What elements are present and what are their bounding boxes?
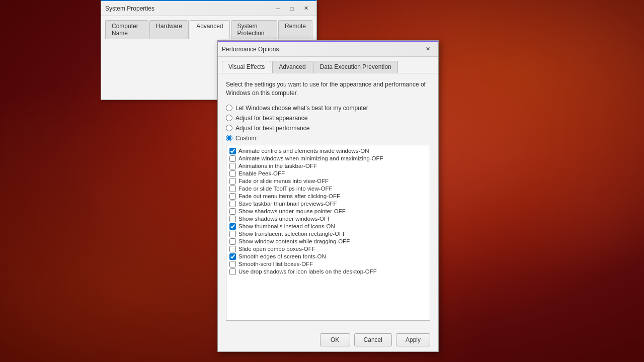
tab-advanced-perf[interactable]: Advanced — [272, 61, 312, 73]
checkbox-label-10: Show thumbnails instead of icons-ON — [238, 223, 335, 229]
maximize-button[interactable]: □ — [285, 4, 298, 14]
checkbox-label-0: Animate controls and elements inside win… — [238, 148, 369, 154]
checkbox-4[interactable] — [229, 178, 236, 185]
checkbox-item: Use drop shadows for icon labels on the … — [228, 268, 428, 276]
ok-button[interactable]: OK — [320, 333, 350, 346]
visual-effects-checkbox-list[interactable]: Animate controls and elements inside win… — [226, 145, 430, 321]
checkbox-12[interactable] — [229, 238, 236, 245]
checkbox-5[interactable] — [229, 186, 236, 192]
checkbox-item: Fade or slide menus into view-OFF — [228, 177, 428, 185]
perf-close-button[interactable]: ✕ — [421, 44, 434, 54]
checkbox-item: Save taskbar thumbnail previews-OFF — [228, 200, 428, 208]
checkbox-item: Smooth edges of screen fonts-ON — [228, 253, 428, 260]
checkbox-item: Enable Peek-OFF — [228, 170, 428, 177]
tab-system-protection[interactable]: System Protection — [231, 20, 277, 39]
checkbox-item: Show translucent selection rectangle-OFF — [228, 230, 428, 238]
tab-remote[interactable]: Remote — [278, 20, 312, 39]
checkbox-label-4: Fade or slide menus into view-OFF — [238, 178, 329, 184]
titlebar-controls: ─ □ ✕ — [271, 4, 312, 14]
minimize-button[interactable]: ─ — [271, 4, 284, 14]
radio-custom-label: Custom: — [235, 135, 258, 142]
checkbox-label-13: Slide open combo boxes-OFF — [238, 246, 315, 252]
performance-options-dialog: Performance Options ✕ Visual Effects Adv… — [217, 40, 439, 352]
tab-visual-effects[interactable]: Visual Effects — [222, 61, 271, 73]
performance-options-tabs: Visual Effects Advanced Data Execution P… — [218, 57, 438, 73]
system-properties-title: System Properties — [105, 5, 154, 12]
checkbox-label-12: Show window contents while dragging-OFF — [238, 238, 350, 244]
checkbox-item: Fade or slide ToolTips into view-OFF — [228, 185, 428, 193]
tab-computer-name[interactable]: Computer Name — [105, 20, 148, 39]
checkbox-11[interactable] — [229, 231, 236, 237]
checkbox-13[interactable] — [229, 246, 236, 252]
checkbox-label-7: Save taskbar thumbnail previews-OFF — [238, 201, 337, 207]
checkbox-label-16: Use drop shadows for icon labels on the … — [238, 268, 377, 275]
checkbox-14[interactable] — [229, 253, 236, 260]
checkbox-7[interactable] — [229, 201, 236, 207]
checkbox-item: Show window contents while dragging-OFF — [228, 238, 428, 245]
checkbox-label-14: Smooth edges of screen fonts-ON — [238, 253, 326, 259]
checkbox-label-9: Show shadows under windows-OFF — [238, 216, 331, 222]
checkbox-8[interactable] — [229, 208, 236, 215]
radio-option-best-performance[interactable]: Adjust for best performance — [226, 125, 430, 132]
system-properties-titlebar: System Properties ─ □ ✕ — [101, 0, 316, 16]
checkbox-15[interactable] — [229, 261, 236, 267]
radio-custom[interactable] — [226, 135, 232, 141]
radio-best-performance[interactable] — [226, 125, 232, 131]
checkbox-item: Animate windows when minimizing and maxi… — [228, 155, 428, 162]
tab-data-execution[interactable]: Data Execution Prevention — [313, 61, 398, 73]
checkbox-label-11: Show translucent selection rectangle-OFF — [238, 231, 346, 237]
radio-option-best-appearance[interactable]: Adjust for best appearance — [226, 115, 430, 122]
performance-options-titlebar: Performance Options ✕ — [218, 41, 438, 57]
checkbox-0[interactable] — [229, 148, 236, 154]
checkbox-item: Show shadows under mouse pointer-OFF — [228, 208, 428, 215]
checkbox-16[interactable] — [229, 268, 236, 275]
system-properties-tabs: Computer Name Hardware Advanced System P… — [101, 16, 316, 39]
checkbox-6[interactable] — [229, 193, 236, 200]
checkbox-label-1: Animate windows when minimizing and maxi… — [238, 155, 383, 161]
cancel-button[interactable]: Cancel — [354, 333, 392, 346]
tab-hardware[interactable]: Hardware — [149, 20, 189, 39]
tab-advanced[interactable]: Advanced — [190, 20, 229, 39]
perf-titlebar-controls: ✕ — [421, 44, 434, 54]
close-button[interactable]: ✕ — [299, 4, 312, 14]
checkbox-item: Show thumbnails instead of icons-ON — [228, 223, 428, 230]
checkbox-label-15: Smooth-scroll list boxes-OFF — [238, 261, 313, 267]
checkbox-label-6: Fade out menu items after clicking-OFF — [238, 193, 340, 199]
checkbox-item: Slide open combo boxes-OFF — [228, 245, 428, 253]
dialog-buttons: OK Cancel Apply — [218, 328, 438, 351]
performance-options-title: Performance Options — [222, 46, 279, 53]
radio-option-windows-choose[interactable]: Let Windows choose what's best for my co… — [226, 105, 430, 112]
checkbox-item: Animate controls and elements inside win… — [228, 147, 428, 155]
radio-windows-choose-label: Let Windows choose what's best for my co… — [235, 105, 368, 112]
checkbox-item: Animations in the taskbar-OFF — [228, 162, 428, 170]
checkbox-2[interactable] — [229, 163, 236, 169]
checkbox-3[interactable] — [229, 170, 236, 177]
checkbox-label-2: Animations in the taskbar-OFF — [238, 163, 317, 169]
radio-best-performance-label: Adjust for best performance — [235, 125, 309, 132]
checkbox-item: Fade out menu items after clicking-OFF — [228, 193, 428, 200]
checkbox-9[interactable] — [229, 216, 236, 222]
checkbox-label-8: Show shadows under mouse pointer-OFF — [238, 208, 346, 214]
checkbox-label-3: Enable Peek-OFF — [238, 170, 285, 176]
radio-windows-choose[interactable] — [226, 105, 232, 111]
checkbox-10[interactable] — [229, 223, 236, 230]
checkbox-item: Show shadows under windows-OFF — [228, 215, 428, 223]
apply-button[interactable]: Apply — [396, 333, 430, 346]
checkbox-1[interactable] — [229, 155, 236, 162]
radio-best-appearance[interactable] — [226, 115, 232, 121]
radio-option-custom[interactable]: Custom: — [226, 135, 430, 142]
performance-options-content: Select the settings you want to use for … — [218, 73, 438, 328]
checkbox-label-5: Fade or slide ToolTips into view-OFF — [238, 186, 333, 192]
performance-description: Select the settings you want to use for … — [226, 80, 430, 98]
checkbox-item: Smooth-scroll list boxes-OFF — [228, 260, 428, 268]
radio-best-appearance-label: Adjust for best appearance — [235, 115, 307, 122]
